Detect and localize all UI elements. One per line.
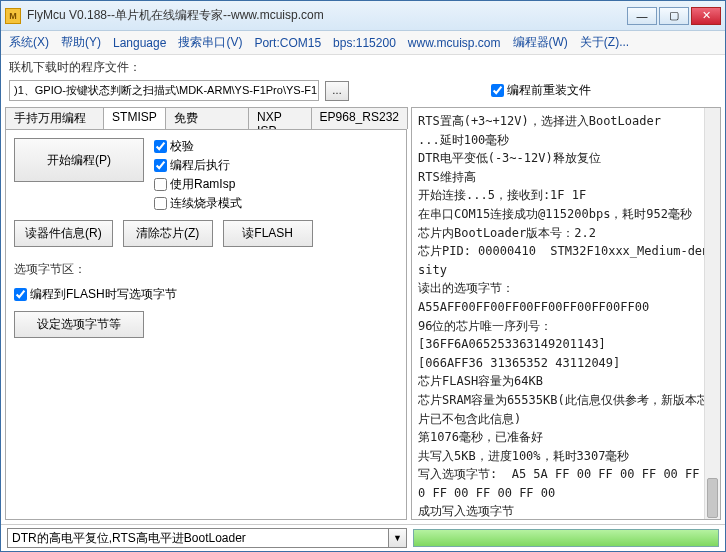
log-line: 共写入5KB，进度100%，耗时3307毫秒 xyxy=(418,447,714,466)
optbyte-checkbox[interactable]: 编程到FLASH时写选项字节 xyxy=(14,286,398,303)
log-line: RTS置高(+3~+12V)，选择进入BootLoader xyxy=(418,112,714,131)
menu-help[interactable]: 帮助(Y) xyxy=(61,34,101,51)
program-row: 开始编程(P) 校验 编程后执行 使用RamIsp 连续烧录模式 xyxy=(14,138,398,212)
log-line: ...延时100毫秒 xyxy=(418,131,714,150)
reset-mode-input[interactable] xyxy=(7,528,389,548)
file-path-row: )1、GPIO-按键状态判断之扫描式\MDK-ARM\YS-F1Pro\YS-F… xyxy=(1,80,725,105)
menu-programmer[interactable]: 编程器(W) xyxy=(513,34,568,51)
progress-bar xyxy=(413,529,719,547)
reload-checkbox[interactable]: 编程前重装文件 xyxy=(491,82,591,99)
menu-language[interactable]: Language xyxy=(113,36,166,50)
log-pane[interactable]: RTS置高(+3~+12V)，选择进入BootLoader...延时100毫秒D… xyxy=(411,107,721,520)
log-line: 开始连接...5，接收到:1F 1F xyxy=(418,186,714,205)
log-line: 读出的选项字节： xyxy=(418,279,714,298)
log-text: RTS置高(+3~+12V)，选择进入BootLoader...延时100毫秒D… xyxy=(418,112,714,520)
start-program-button[interactable]: 开始编程(P) xyxy=(14,138,144,182)
log-line: 第1076毫秒，已准备好 xyxy=(418,428,714,447)
log-line: 芯片内BootLoader版本号：2.2 xyxy=(418,224,714,243)
menu-port[interactable]: Port:COM15 xyxy=(254,36,321,50)
log-line: 芯片SRAM容量为65535KB(此信息仅供参考，新版本芯片已不包含此信息) xyxy=(418,391,714,428)
close-button[interactable]: ✕ xyxy=(691,7,721,25)
runafter-checkbox[interactable]: 编程后执行 xyxy=(154,157,242,174)
contburn-checkbox[interactable]: 连续烧录模式 xyxy=(154,195,242,212)
left-pane: 手持万用编程器 STMISP 免费STMIAP NXP ISP EP968_RS… xyxy=(5,107,407,520)
tab-strip: 手持万用编程器 STMISP 免费STMIAP NXP ISP EP968_RS… xyxy=(5,107,407,129)
menu-system[interactable]: 系统(X) xyxy=(9,34,49,51)
bottom-bar: ▼ xyxy=(1,524,725,551)
log-line: 在串口COM15连接成功@115200bps，耗时952毫秒 xyxy=(418,205,714,224)
log-line: 芯片PID: 00000410 STM32F10xxx_Medium-densi… xyxy=(418,242,714,279)
log-line: DTR电平变低(-3~-12V)释放复位 xyxy=(418,149,714,168)
file-label: 联机下载时的程序文件： xyxy=(9,59,141,76)
optionbyte-title: 选项字节区： xyxy=(14,261,398,278)
main-body: 手持万用编程器 STMISP 免费STMIAP NXP ISP EP968_RS… xyxy=(1,105,725,524)
reload-checkbox-input[interactable] xyxy=(491,84,504,97)
tab-stmisp[interactable]: STMISP xyxy=(103,107,166,129)
titlebar: M FlyMcu V0.188--单片机在线编程专家--www.mcuisp.c… xyxy=(1,1,725,31)
verify-checkbox[interactable]: 校验 xyxy=(154,138,242,155)
set-optbyte-button[interactable]: 设定选项字节等 xyxy=(14,311,144,338)
menubar: 系统(X) 帮助(Y) Language 搜索串口(V) Port:COM15 … xyxy=(1,31,725,55)
combo-dropdown-icon[interactable]: ▼ xyxy=(389,528,407,548)
window-title: FlyMcu V0.188--单片机在线编程专家--www.mcuisp.com xyxy=(27,7,627,24)
menu-site[interactable]: www.mcuisp.com xyxy=(408,36,501,50)
tab-ep968[interactable]: EP968_RS232 xyxy=(311,107,408,129)
log-line: 成功写入选项字节 xyxy=(418,502,714,520)
log-line: [066AFF36 31365352 43112049] xyxy=(418,354,714,373)
menu-search-port[interactable]: 搜索串口(V) xyxy=(178,34,242,51)
program-options: 校验 编程后执行 使用RamIsp 连续烧录模式 xyxy=(154,138,242,212)
app-icon: M xyxy=(5,8,21,24)
reader-info-button[interactable]: 读器件信息(R) xyxy=(14,220,113,247)
clear-chip-button[interactable]: 清除芯片(Z) xyxy=(123,220,213,247)
maximize-button[interactable]: ▢ xyxy=(659,7,689,25)
tab-stmiap[interactable]: 免费STMIAP xyxy=(165,107,249,129)
scrollbar-thumb[interactable] xyxy=(707,478,718,518)
reload-checkbox-label: 编程前重装文件 xyxy=(507,82,591,99)
log-line: RTS维持高 xyxy=(418,168,714,187)
file-row: 联机下载时的程序文件： xyxy=(1,55,725,80)
read-flash-button[interactable]: 读FLASH xyxy=(223,220,313,247)
log-line: A55AFF00FF00FF00FF00FF00FF00FF00 xyxy=(418,298,714,317)
tab-content: 开始编程(P) 校验 编程后执行 使用RamIsp 连续烧录模式 读器件信息(R… xyxy=(5,129,407,520)
minimize-button[interactable]: — xyxy=(627,7,657,25)
menu-about[interactable]: 关于(Z)... xyxy=(580,34,629,51)
tab-handheld[interactable]: 手持万用编程器 xyxy=(5,107,104,129)
log-line: 96位的芯片唯一序列号： xyxy=(418,317,714,336)
action-row: 读器件信息(R) 清除芯片(Z) 读FLASH xyxy=(14,220,398,247)
browse-button[interactable]: … xyxy=(325,81,349,101)
log-line: 写入选项字节: A5 5A FF 00 FF 00 FF 00 FF 00 FF… xyxy=(418,465,714,502)
log-line: 芯片FLASH容量为64KB xyxy=(418,372,714,391)
tab-nxpisp[interactable]: NXP ISP xyxy=(248,107,312,129)
menu-bps[interactable]: bps:115200 xyxy=(333,36,396,50)
app-window: M FlyMcu V0.188--单片机在线编程专家--www.mcuisp.c… xyxy=(0,0,726,552)
reset-mode-combo[interactable]: ▼ xyxy=(7,528,407,548)
window-buttons: — ▢ ✕ xyxy=(627,7,721,25)
ramisp-checkbox[interactable]: 使用RamIsp xyxy=(154,176,242,193)
log-scrollbar[interactable] xyxy=(704,108,720,519)
file-path-input[interactable]: )1、GPIO-按键状态判断之扫描式\MDK-ARM\YS-F1Pro\YS-F… xyxy=(9,80,319,101)
log-line: [36FF6A065253363149201143] xyxy=(418,335,714,354)
